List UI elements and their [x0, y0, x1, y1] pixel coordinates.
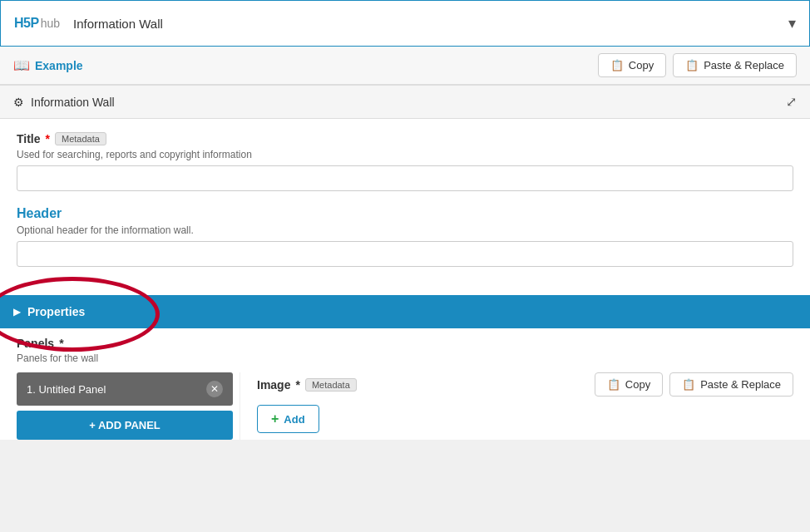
- panel-image-label: Image * Metadata: [257, 378, 357, 392]
- title-label-text: Title: [17, 132, 41, 145]
- panel-image-metadata-badge: Metadata: [305, 378, 357, 392]
- panel-copy-button[interactable]: 📋 Copy: [595, 372, 663, 397]
- panel-remove-button[interactable]: ✕: [206, 381, 223, 397]
- properties-wrapper: ▶ Properties: [0, 295, 810, 328]
- panel-action-buttons: 📋 Copy 📋 Paste & Replace: [595, 372, 793, 397]
- section-header-left: ⚙ Information Wall: [13, 96, 115, 109]
- paste-label: Paste & Replace: [704, 59, 784, 71]
- title-field-group: Title * Metadata Used for searching, rep…: [17, 132, 793, 191]
- panel-item-name: 1. Untitled Panel: [27, 383, 206, 396]
- expand-icon[interactable]: ⤢: [786, 94, 797, 110]
- add-image-label: Add: [284, 413, 304, 426]
- panels-label-text: Panels: [17, 337, 54, 350]
- panels-section: Panels * Panels for the wall 1. Untitled…: [0, 328, 810, 440]
- properties-bar[interactable]: ▶ Properties: [0, 295, 810, 328]
- plus-icon: +: [271, 411, 279, 426]
- panel-paste-label: Paste & Replace: [700, 378, 781, 391]
- panels-required: *: [59, 337, 63, 350]
- panels-row: 1. Untitled Panel ✕ + ADD PANEL Image * …: [17, 372, 793, 440]
- panels-label: Panels *: [17, 337, 793, 350]
- top-bar-left: H5P hub Information Wall: [14, 16, 163, 31]
- book-icon: 📖: [13, 57, 30, 73]
- panel-item[interactable]: 1. Untitled Panel ✕: [17, 372, 233, 406]
- title-required: *: [46, 132, 50, 145]
- add-image-button[interactable]: + Add: [257, 405, 319, 433]
- top-bar-title: Information Wall: [73, 17, 163, 31]
- section-title: Information Wall: [31, 96, 115, 109]
- copy-label: Copy: [629, 59, 654, 71]
- panel-detail: Image * Metadata 📋 Copy 📋 Paste & Replac…: [240, 372, 793, 440]
- header-input[interactable]: [17, 241, 793, 267]
- logo: H5P hub: [14, 16, 60, 31]
- panels-list: 1. Untitled Panel ✕ + ADD PANEL: [17, 372, 233, 440]
- panel-copy-icon: 📋: [607, 378, 620, 391]
- top-bar: H5P hub Information Wall ▾: [0, 0, 810, 47]
- panel-image-label-text: Image: [257, 378, 290, 392]
- panel-detail-header: Image * Metadata 📋 Copy 📋 Paste & Replac…: [257, 372, 793, 397]
- title-input[interactable]: [17, 165, 793, 191]
- panel-paste-icon: 📋: [682, 378, 695, 391]
- title-description: Used for searching, reports and copyrigh…: [17, 149, 793, 160]
- header-field-group: Header Optional header for the informati…: [17, 206, 793, 267]
- action-buttons: 📋 Copy 📋 Paste & Replace: [598, 53, 797, 77]
- title-metadata-badge: Metadata: [55, 132, 106, 145]
- properties-label: Properties: [27, 305, 85, 318]
- header-label-text: Header: [17, 206, 793, 221]
- copy-icon: 📋: [610, 59, 624, 71]
- arrow-right-icon: ▶: [13, 306, 21, 318]
- copy-button[interactable]: 📋 Copy: [598, 53, 666, 77]
- panel-copy-label: Copy: [625, 378, 650, 391]
- add-panel-label: + ADD PANEL: [89, 419, 161, 431]
- panel-paste-button[interactable]: 📋 Paste & Replace: [669, 372, 793, 397]
- logo-hub: hub: [41, 17, 60, 30]
- settings-icon: ⚙: [13, 96, 24, 109]
- panels-description: Panels for the wall: [17, 352, 793, 364]
- action-bar: 📖 Example 📋 Copy 📋 Paste & Replace: [0, 47, 810, 85]
- example-label: Example: [35, 59, 83, 72]
- form-area: Title * Metadata Used for searching, rep…: [0, 119, 810, 295]
- header-description: Optional header for the information wall…: [17, 224, 793, 236]
- panel-image-required: *: [295, 378, 299, 392]
- title-field-label: Title * Metadata: [17, 132, 793, 145]
- add-panel-button[interactable]: + ADD PANEL: [17, 411, 233, 440]
- example-link[interactable]: 📖 Example: [13, 57, 83, 73]
- paste-replace-button[interactable]: 📋 Paste & Replace: [673, 53, 797, 77]
- chevron-down-icon[interactable]: ▾: [788, 14, 796, 32]
- section-header: ⚙ Information Wall ⤢: [0, 85, 810, 119]
- paste-icon: 📋: [685, 59, 699, 71]
- logo-h5p: H5P: [14, 16, 39, 31]
